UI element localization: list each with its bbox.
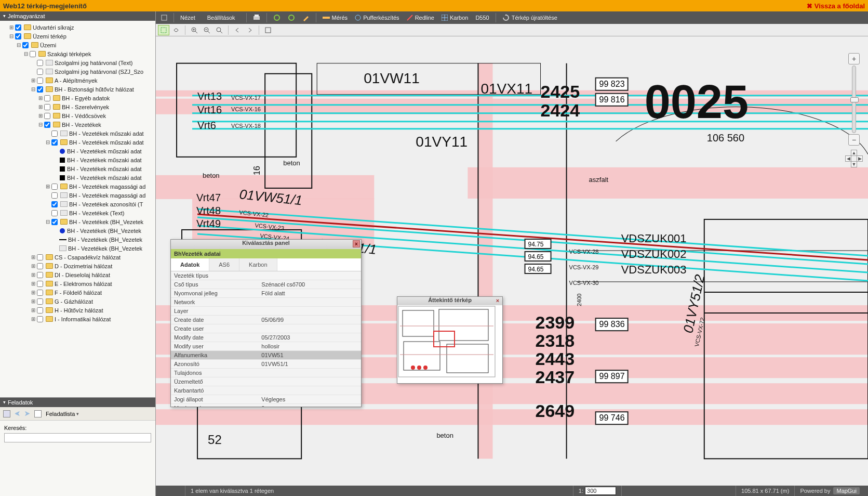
collapse-icon[interactable]: ⊟	[8, 33, 14, 39]
tree-item[interactable]: ⊟Üzemi térkép	[1, 32, 154, 41]
print-button[interactable]	[250, 12, 263, 23]
pan-east[interactable]: ▶	[857, 155, 863, 162]
prev-extent-tool[interactable]	[232, 25, 243, 35]
layer-checkbox[interactable]	[37, 86, 43, 93]
tree-item[interactable]: BH - Vezetékek magassági ad	[1, 191, 154, 200]
tree-item[interactable]: ⊞F - Földelő hálózat	[1, 288, 154, 297]
table-row[interactable]: Tulajdonos	[171, 369, 361, 377]
table-row[interactable]: Vezeték típus	[171, 271, 361, 280]
tree-item[interactable]: ⊞BH - Egyéb adatok	[1, 94, 154, 102]
layer-checkbox[interactable]	[51, 192, 58, 199]
zoom-in-tool[interactable]	[189, 25, 200, 35]
collapse-icon[interactable]: ⊟	[37, 122, 43, 127]
layer-checkbox[interactable]	[44, 104, 50, 110]
tree-item[interactable]: ⊞H - Hűtővíz hálózat	[1, 306, 154, 315]
zoom-in-button[interactable]: +	[848, 53, 860, 64]
collapse-icon[interactable]: ⊟	[16, 42, 21, 48]
zoom-handle[interactable]	[850, 97, 859, 102]
expand-icon[interactable]: ⊞	[8, 24, 14, 30]
collapse-icon[interactable]: ⊟	[45, 219, 50, 225]
scale-input[interactable]	[585, 487, 616, 495]
nav-back-icon[interactable]: ⮜	[15, 411, 20, 417]
legend-header[interactable]: Jelmagyarázat	[0, 11, 155, 21]
tree-item[interactable]: ⊞BH - Vezetékek magassági ad	[1, 182, 154, 191]
zoom-box-tool[interactable]	[213, 25, 225, 35]
layer-checkbox[interactable]	[51, 139, 58, 146]
tree-item[interactable]: BH - Vezetékek azonosítói (T	[1, 200, 154, 208]
tree-item[interactable]: ⊞BH - Védőcsövek	[1, 111, 154, 120]
table-row[interactable]: Modify date05/27/2003	[171, 333, 361, 342]
buffer-button[interactable]: Pufferkészítés	[352, 12, 403, 23]
layer-checkbox[interactable]	[51, 130, 58, 137]
pan-south[interactable]: ▼	[851, 161, 857, 167]
tab-adatok[interactable]: Adatok	[171, 258, 209, 271]
table-row[interactable]: Azonosító01VW51/1	[171, 360, 361, 369]
zoom-out-button[interactable]: −	[848, 134, 860, 146]
pan-west[interactable]: ◀	[845, 155, 851, 162]
tree-item[interactable]: BH - Vezetékek (BH_Vezetek	[1, 244, 154, 253]
refresh2-button[interactable]	[285, 12, 298, 23]
layer-checkbox[interactable]	[37, 69, 43, 75]
measure-button[interactable]: Mérés	[319, 12, 351, 23]
table-row[interactable]: Nyomvonal jellegFöld alatt	[171, 289, 361, 298]
tree-item[interactable]: BH - Vezetékek műszaki adat	[1, 173, 154, 182]
tree-item[interactable]: BH - Vezetékek (BH_Vezetek	[1, 226, 154, 235]
expand-icon[interactable]: ⊞	[37, 113, 43, 119]
collapse-icon[interactable]: ⊟	[23, 51, 29, 57]
tree-item[interactable]: BH - Vezetékek műszaki adat	[1, 147, 154, 155]
expand-icon[interactable]: ⊞	[30, 254, 36, 260]
tree-item[interactable]: ⊞BH - Szerelvények	[1, 102, 154, 111]
layer-checkbox[interactable]	[37, 60, 43, 66]
tab-as6[interactable]: AS6	[209, 258, 239, 271]
layer-checkbox[interactable]	[37, 77, 43, 84]
full-extent-tool[interactable]	[262, 25, 274, 35]
layer-checkbox[interactable]	[37, 298, 43, 305]
layer-checkbox[interactable]	[37, 263, 43, 269]
tree-item[interactable]: ⊟BH - Vezetékek műszaki adat	[1, 138, 154, 147]
tree-item[interactable]: BH - Vezetékek műszaki adat	[1, 164, 154, 173]
tree-item[interactable]: ⊞DI - Dieselolaj hálózat	[1, 270, 154, 279]
tree-item[interactable]: BH - Vezetékek (BH_Vezetek	[1, 235, 154, 244]
d550-button[interactable]: D550	[472, 12, 492, 23]
layer-checkbox[interactable]	[44, 95, 50, 101]
map-canvas[interactable]: 99 823 99 816 99 836 99 897 99 746 94.75…	[156, 36, 868, 486]
close-icon[interactable]: ×	[353, 240, 360, 247]
layer-checkbox[interactable]	[44, 113, 50, 119]
expand-icon[interactable]: ⊞	[30, 272, 36, 278]
list-icon[interactable]	[34, 410, 42, 417]
table-row[interactable]: Create date05/06/99	[171, 316, 361, 324]
table-row[interactable]: Karbantartó	[171, 386, 361, 395]
tasks-header[interactable]: Feladatok	[0, 398, 155, 407]
next-extent-tool[interactable]	[244, 25, 256, 35]
redline-button[interactable]: Redline	[404, 12, 437, 23]
table-row[interactable]: Jogi állapotVégleges	[171, 395, 361, 404]
refresh-button[interactable]	[270, 12, 284, 23]
tasklist-dropdown[interactable]: Feladatlista	[46, 411, 79, 417]
table-row[interactable]: Create user	[171, 324, 361, 333]
tree-item[interactable]: ⊟Üzemi	[1, 41, 154, 49]
tree-item[interactable]: ⊟BH - Vezetékek (BH_Vezetek	[1, 217, 154, 226]
table-row[interactable]: Modify userhollosir	[171, 342, 361, 351]
table-row[interactable]: Layer	[171, 307, 361, 316]
expand-icon[interactable]: ⊞	[30, 298, 36, 304]
collapse-icon[interactable]: ⊟	[45, 139, 50, 145]
layer-checkbox[interactable]	[30, 51, 36, 57]
close-icon[interactable]: ×	[494, 297, 501, 304]
layer-checkbox[interactable]	[15, 24, 21, 31]
home-icon[interactable]	[3, 410, 10, 417]
layer-checkbox[interactable]	[44, 122, 50, 128]
layer-checkbox[interactable]	[37, 316, 43, 322]
tree-item[interactable]: Szolgalmi jog határvonal (Text)	[1, 58, 154, 67]
tree-item[interactable]: ⊟BH - Vezetékek	[1, 120, 154, 129]
tree-item[interactable]: Szolgalmi jog határvonal (SZJ_Szo	[1, 67, 154, 76]
settings-menu[interactable]: Beállítások	[204, 12, 243, 23]
table-row[interactable]: Network	[171, 298, 361, 307]
tree-item[interactable]: ⊞Udvartéri síkrajz	[1, 23, 154, 32]
expand-icon[interactable]: ⊞	[30, 316, 36, 322]
tree-item[interactable]: ⊞CS - Csapadékvíz hálózat	[1, 253, 154, 262]
table-row[interactable]: Cső típusSzénacél cső700	[171, 280, 361, 289]
layer-checkbox[interactable]	[51, 184, 58, 190]
layer-checkbox[interactable]	[37, 290, 43, 296]
layer-checkbox[interactable]	[37, 281, 43, 287]
layer-checkbox[interactable]	[51, 219, 58, 225]
